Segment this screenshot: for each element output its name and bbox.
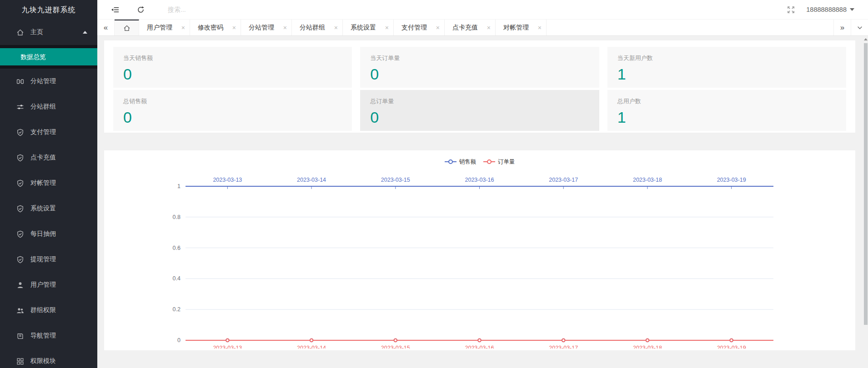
bottom-x-axis-date-label: 2023-03-15 bbox=[381, 345, 410, 348]
y-axis-label: 0 bbox=[177, 337, 181, 343]
sidebar-item-navigation-management[interactable]: 导航管理 bbox=[0, 323, 97, 348]
tab-close-icon[interactable]: × bbox=[436, 25, 440, 31]
stat-card-total-users[interactable]: 总用户数1 bbox=[607, 90, 846, 131]
tab-user-management[interactable]: 用户管理× bbox=[139, 20, 190, 35]
tab-close-icon[interactable]: × bbox=[385, 25, 389, 31]
scroll-up-arrow-icon bbox=[864, 38, 868, 40]
legend-marker-icon bbox=[483, 159, 495, 164]
stat-card-today-sales[interactable]: 当天销售额0 bbox=[113, 47, 352, 88]
fullscreen-button[interactable] bbox=[782, 0, 800, 20]
top-x-axis-date-label: 2023-03-13 bbox=[213, 177, 242, 183]
sidebar-item-withdrawal-management[interactable]: 提现管理 bbox=[0, 247, 97, 272]
stat-label: 总销售额 bbox=[123, 97, 342, 105]
tab-card-recharge[interactable]: 点卡充值× bbox=[445, 20, 496, 35]
bottom-x-axis-date-label: 2023-03-18 bbox=[633, 345, 662, 348]
sidebar-subitem-data-overview[interactable]: 数据总览 bbox=[0, 48, 97, 65]
sidebar-item-label: 权限模块 bbox=[30, 357, 56, 365]
home-icon bbox=[123, 25, 130, 32]
sidebar-item-home[interactable]: 主页 bbox=[0, 20, 97, 45]
tab-close-icon[interactable]: × bbox=[334, 25, 338, 31]
stat-label: 总订单量 bbox=[370, 97, 589, 105]
tabs-scroll-right-button[interactable]: » bbox=[833, 20, 851, 35]
sidebar-item-label: 主页 bbox=[30, 28, 43, 36]
stat-label: 当天销售额 bbox=[123, 54, 342, 62]
tab-close-icon[interactable]: × bbox=[232, 25, 236, 31]
legend-item-sales[interactable]: 销售额 bbox=[445, 158, 477, 166]
tab-reconciliation-management[interactable]: 对帐管理× bbox=[496, 20, 547, 35]
tab-substation-groups[interactable]: 分站群组× bbox=[292, 20, 343, 35]
stat-card-total-sales[interactable]: 总销售额0 bbox=[113, 90, 352, 131]
tab-close-icon[interactable]: × bbox=[181, 25, 185, 31]
sidebar-item-label: 群组权限 bbox=[30, 306, 56, 314]
scrollbar-up-button[interactable] bbox=[863, 36, 868, 42]
data-point-orders[interactable] bbox=[394, 339, 397, 342]
sidebar-item-reconciliation-management[interactable]: 对帐管理 bbox=[0, 170, 97, 196]
tab-substation-management[interactable]: 分站管理× bbox=[241, 20, 292, 35]
sidebar-item-card-recharge[interactable]: 点卡充值 bbox=[0, 145, 97, 170]
data-point-orders[interactable] bbox=[730, 339, 733, 342]
refresh-button[interactable] bbox=[131, 0, 150, 20]
tabs-scroll-left-button[interactable]: « bbox=[97, 20, 115, 35]
tab-close-icon[interactable]: × bbox=[487, 25, 491, 31]
tab-spacer bbox=[547, 20, 833, 35]
sidebar-item-label: 对帐管理 bbox=[30, 179, 56, 187]
topbar: 18888888888 bbox=[97, 0, 868, 20]
tabs-menu-button[interactable] bbox=[851, 20, 868, 35]
collapse-sidebar-button[interactable] bbox=[106, 0, 124, 20]
tab-change-password[interactable]: 修改密码× bbox=[190, 20, 241, 35]
y-axis-label: 0.2 bbox=[173, 306, 181, 313]
chart-legend: 销售额订单量 bbox=[104, 150, 855, 167]
sidebar-item-system-settings[interactable]: 系统设置 bbox=[0, 196, 97, 221]
data-point-orders[interactable] bbox=[646, 339, 649, 342]
search-input[interactable] bbox=[168, 6, 277, 13]
tab-label: 点卡充值 bbox=[452, 24, 478, 32]
data-point-orders[interactable] bbox=[226, 339, 229, 342]
shield-check-icon bbox=[16, 179, 24, 187]
sidebar-item-permission-module[interactable]: 权限模块 bbox=[0, 348, 97, 368]
content: 当天销售额0当天订单量0当天新用户数1总销售额0总订单量0总用户数1 销售额订单… bbox=[97, 36, 868, 368]
home-icon bbox=[16, 29, 24, 36]
stat-card-total-orders[interactable]: 总订单量0 bbox=[360, 90, 599, 131]
sidebar-item-daily-commission[interactable]: 每日抽佣 bbox=[0, 221, 97, 247]
tab-label: 用户管理 bbox=[147, 24, 172, 32]
sidebar-item-group-permissions[interactable]: 群组权限 bbox=[0, 298, 97, 323]
tab-payment-management[interactable]: 支付管理× bbox=[394, 20, 445, 35]
sidebar-menu: 主页数据总览分站管理分站群组支付管理点卡充值对帐管理系统设置每日抽佣提现管理用户… bbox=[0, 20, 97, 368]
tab-close-icon[interactable]: × bbox=[283, 25, 287, 31]
sidebar: 九块九进群系统 主页数据总览分站管理分站群组支付管理点卡充值对帐管理系统设置每日… bbox=[0, 0, 97, 368]
stat-value: 0 bbox=[370, 109, 589, 125]
legend-label: 销售额 bbox=[459, 158, 477, 166]
data-point-orders[interactable] bbox=[478, 339, 481, 342]
sidebar-item-user-management[interactable]: 用户管理 bbox=[0, 272, 97, 298]
sidebar-item-substation-groups[interactable]: 分站群组 bbox=[0, 94, 97, 119]
vertical-scrollbar[interactable] bbox=[863, 36, 868, 368]
tab-close-icon[interactable]: × bbox=[538, 25, 542, 31]
bottom-x-axis-date-label: 2023-03-13 bbox=[213, 345, 242, 348]
tab-label: 修改密码 bbox=[198, 24, 223, 32]
columns-icon bbox=[16, 78, 24, 85]
tab-system-settings[interactable]: 系统设置× bbox=[343, 20, 394, 35]
shield-check-icon bbox=[16, 256, 24, 264]
tab-label: 分站群组 bbox=[300, 24, 325, 32]
legend-item-orders[interactable]: 订单量 bbox=[483, 158, 515, 166]
tab-home[interactable] bbox=[115, 20, 139, 35]
sidebar-item-substation-management[interactable]: 分站管理 bbox=[0, 69, 97, 94]
stat-value: 1 bbox=[617, 109, 836, 125]
sales-orders-chart[interactable]: 00.20.40.60.812023-03-132023-03-142023-0… bbox=[104, 167, 856, 348]
chevron-down-icon bbox=[857, 25, 863, 31]
grid-icon bbox=[16, 358, 24, 365]
stat-card-today-orders[interactable]: 当天订单量0 bbox=[360, 47, 599, 88]
scrollbar-thumb[interactable] bbox=[864, 43, 868, 325]
legend-marker-icon bbox=[445, 159, 457, 164]
data-point-orders[interactable] bbox=[310, 339, 313, 342]
stat-card-today-new-users[interactable]: 当天新用户数1 bbox=[607, 47, 846, 88]
user-account-dropdown[interactable]: 18888888888 bbox=[806, 6, 854, 13]
tab-list: 用户管理×修改密码×分站管理×分站群组×系统设置×支付管理×点卡充值×对帐管理× bbox=[139, 20, 547, 35]
shield-check-icon bbox=[16, 205, 24, 213]
top-x-axis-date-label: 2023-03-18 bbox=[633, 177, 662, 183]
sidebar-submenu-home: 数据总览 bbox=[0, 45, 97, 69]
legend-label: 订单量 bbox=[498, 158, 515, 166]
fullscreen-icon bbox=[787, 6, 795, 14]
sidebar-item-payment-management[interactable]: 支付管理 bbox=[0, 119, 97, 145]
data-point-orders[interactable] bbox=[562, 339, 565, 342]
